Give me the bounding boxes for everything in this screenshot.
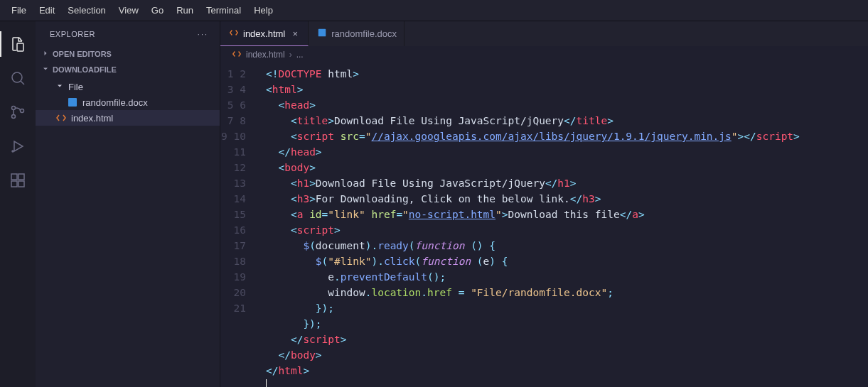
activity-explorer-icon[interactable] <box>0 27 36 61</box>
file-row-docx[interactable]: randomfile.docx <box>36 94 220 110</box>
html-file-icon <box>229 28 239 40</box>
svg-rect-8 <box>18 181 24 187</box>
svg-rect-6 <box>11 174 17 180</box>
folder-row-file[interactable]: File <box>36 79 220 94</box>
chevron-down-icon <box>55 82 64 92</box>
svg-point-2 <box>12 107 16 110</box>
file-label: index.html <box>71 113 113 124</box>
workspace-label: DOWNLOADFILE <box>53 65 117 74</box>
line-number-gutter[interactable]: 1 2 3 4 5 6 7 8 9 10 11 12 13 14 15 16 1… <box>220 63 257 387</box>
file-row-html[interactable]: index.html <box>36 110 220 126</box>
svg-point-5 <box>12 151 14 152</box>
open-editors-section[interactable]: OPEN EDITORS <box>36 46 220 62</box>
svg-rect-9 <box>18 174 24 180</box>
menu-bar: File Edit Selection View Go Run Terminal… <box>0 0 868 21</box>
folder-label: File <box>68 82 83 92</box>
menu-edit[interactable]: Edit <box>33 2 60 18</box>
editor-group: index.html × randomfile.docx index.html … <box>220 21 868 387</box>
chevron-right-icon: › <box>289 50 292 60</box>
html-file-icon <box>55 112 67 124</box>
word-file-icon <box>67 97 78 108</box>
word-file-icon <box>317 28 327 40</box>
breadcrumb-file: index.html <box>246 50 285 60</box>
tab-randomfile-docx[interactable]: randomfile.docx <box>309 21 404 46</box>
tab-label: index.html <box>243 28 285 39</box>
menu-selection[interactable]: Selection <box>62 2 111 18</box>
activity-run-debug-icon[interactable] <box>0 129 36 163</box>
activity-bar <box>0 21 36 387</box>
tab-index-html[interactable]: index.html × <box>220 21 309 46</box>
explorer-title: EXPLORER <box>50 30 95 38</box>
explorer-sidebar: EXPLORER ··· OPEN EDITORS DOWNLOADFILE F… <box>36 21 220 387</box>
activity-source-control-icon[interactable] <box>0 95 36 129</box>
workspace-section[interactable]: DOWNLOADFILE <box>36 62 220 77</box>
svg-point-3 <box>12 115 16 119</box>
menu-go[interactable]: Go <box>146 2 169 18</box>
breadcrumb[interactable]: index.html › ... <box>220 46 868 63</box>
tab-label: randomfile.docx <box>331 28 397 39</box>
activity-extensions-icon[interactable] <box>0 163 36 197</box>
open-editors-label: OPEN EDITORS <box>53 50 112 58</box>
chevron-right-icon <box>41 49 50 59</box>
menu-run[interactable]: Run <box>171 2 199 18</box>
breadcrumb-rest: ... <box>296 50 304 60</box>
svg-point-1 <box>12 72 22 82</box>
menu-help[interactable]: Help <box>248 2 279 18</box>
svg-rect-11 <box>318 29 326 37</box>
chevron-down-icon <box>41 65 50 75</box>
svg-rect-0 <box>17 43 23 51</box>
menu-view[interactable]: View <box>113 2 144 18</box>
svg-rect-10 <box>68 98 77 107</box>
tab-bar: index.html × randomfile.docx <box>220 21 868 46</box>
html-file-icon <box>232 49 242 61</box>
activity-search-icon[interactable] <box>0 61 36 95</box>
explorer-more-icon[interactable]: ··· <box>198 30 208 38</box>
file-label: randomfile.docx <box>82 97 148 108</box>
svg-rect-7 <box>11 181 17 187</box>
menu-terminal[interactable]: Terminal <box>200 2 247 18</box>
code-editor[interactable]: <!DOCTYPE html><html> <head> <title>Down… <box>257 63 868 387</box>
menu-file[interactable]: File <box>6 2 32 18</box>
close-icon[interactable]: × <box>289 28 301 39</box>
